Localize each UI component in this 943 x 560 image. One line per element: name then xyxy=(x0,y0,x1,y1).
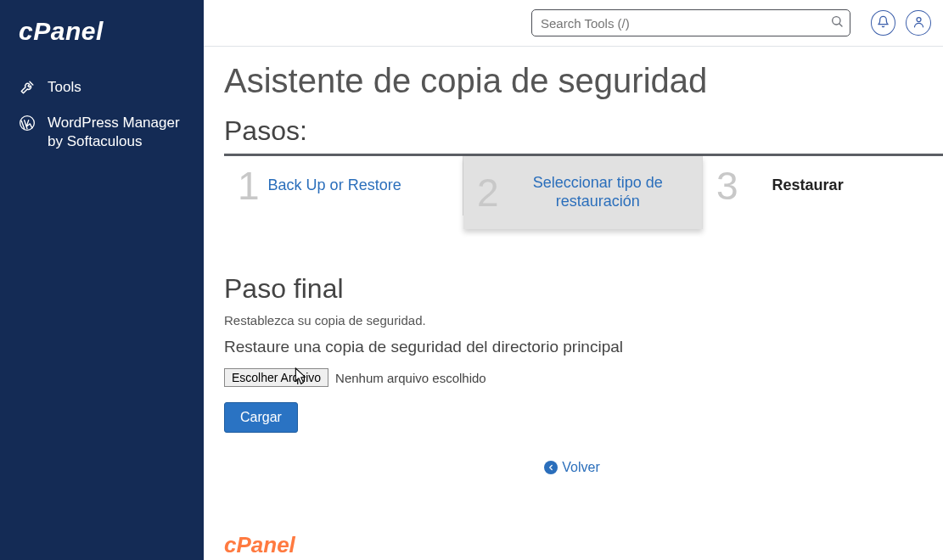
restore-description: Restaure una copia de seguridad del dire… xyxy=(224,338,943,356)
file-status: Nenhum arquivo escolhido xyxy=(335,371,486,385)
search-wrap xyxy=(531,9,850,36)
step-3-current: 3 Restaurar xyxy=(703,156,942,216)
step-number: 3 xyxy=(716,166,738,205)
notifications-button[interactable] xyxy=(871,10,896,36)
back-link[interactable]: Volver xyxy=(544,460,599,475)
bell-icon xyxy=(877,15,890,31)
step-label: Seleccionar tipo de restauración xyxy=(508,174,688,210)
back-arrow-icon xyxy=(544,461,558,474)
step-2[interactable]: 2 Seleccionar tipo de restauración xyxy=(463,156,703,229)
search-input[interactable] xyxy=(531,9,850,36)
step-1[interactable]: 1 Back Up or Restore xyxy=(224,156,463,216)
topbar xyxy=(204,0,943,47)
sidebar-item-tools[interactable]: Tools xyxy=(0,70,204,105)
sidebar-item-label: Tools xyxy=(48,78,81,97)
cpanel-logo: cPanel xyxy=(0,0,204,70)
wordpress-icon xyxy=(19,115,36,132)
tools-icon xyxy=(19,79,36,96)
logo-text: cPanel xyxy=(19,17,104,46)
footer-cpanel-logo: cPanel xyxy=(224,532,295,558)
upload-button[interactable]: Cargar xyxy=(224,402,298,433)
final-step-subtitle: Restablezca su copia de seguridad. xyxy=(224,313,943,328)
user-icon xyxy=(912,15,925,31)
choose-file-button[interactable]: Escolher Arquivo xyxy=(224,368,328,387)
sidebar: cPanel Tools WordPress Manager by Softac… xyxy=(0,0,204,560)
back-label: Volver xyxy=(562,460,599,475)
final-step-title: Paso final xyxy=(224,273,943,305)
step-label: Restaurar xyxy=(772,176,844,195)
steps-heading: Pasos: xyxy=(224,115,943,147)
search-icon xyxy=(830,14,844,31)
step-number: 1 xyxy=(238,166,260,205)
sidebar-item-wordpress[interactable]: WordPress Manager by Softaculous xyxy=(0,105,204,153)
step-number: 2 xyxy=(477,173,499,212)
step-label: Back Up or Restore xyxy=(268,176,401,195)
page-title: Asistente de copia de seguridad xyxy=(224,62,943,100)
sidebar-item-label: WordPress Manager by Softaculous xyxy=(48,114,185,151)
final-step-section: Paso final Restablezca su copia de segur… xyxy=(224,273,943,475)
file-picker: Escolher Arquivo Nenhum arquivo escolhid… xyxy=(224,368,943,387)
user-menu-button[interactable] xyxy=(906,10,931,36)
svg-point-3 xyxy=(917,17,921,21)
main-content: Asistente de copia de seguridad Pasos: 1… xyxy=(204,47,943,560)
steps-row: 1 Back Up or Restore 2 Seleccionar tipo … xyxy=(224,154,943,229)
svg-line-2 xyxy=(839,24,842,26)
back-link-wrap: Volver xyxy=(224,460,920,475)
